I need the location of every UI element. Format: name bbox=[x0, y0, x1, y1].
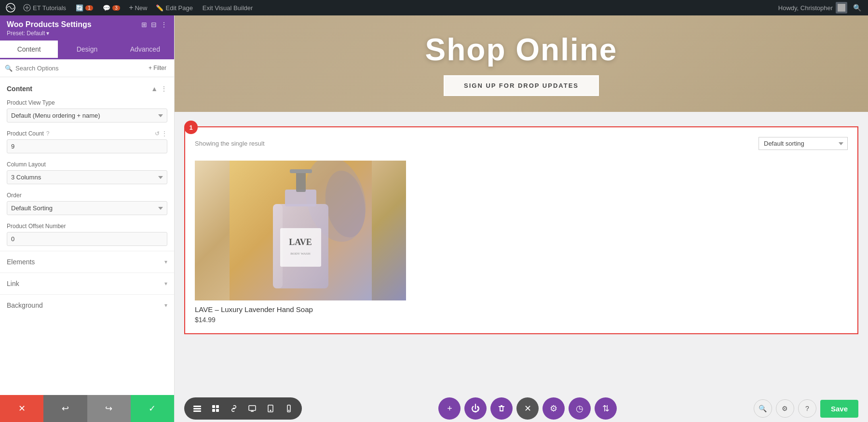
collapsible-title-elements: Elements bbox=[7, 258, 35, 266]
toolbar-right-buttons: 🔍 ⚙ ? Save bbox=[754, 399, 858, 418]
section-title-content: Content bbox=[7, 85, 32, 93]
product-price: $14.99 bbox=[195, 316, 406, 324]
section-collapse-icon[interactable]: ▲ bbox=[151, 85, 158, 93]
toolbar-sort-button[interactable]: ⇅ bbox=[595, 397, 617, 420]
panel-undo-button[interactable]: ↩ bbox=[43, 395, 87, 422]
admin-bar-updates[interactable]: 🔄 1 bbox=[72, 4, 97, 12]
toolbar-grid-icon[interactable] bbox=[207, 400, 224, 417]
admin-bar: ET Tutorials 🔄 1 💬 3 + New ✏️ Edit Page … bbox=[0, 0, 868, 15]
comments-badge: 3 bbox=[112, 5, 120, 11]
shop-sort-select[interactable]: Default sorting Sort by popularity Sort … bbox=[759, 137, 848, 150]
select-order[interactable]: Default Sorting Popularity Rating Date bbox=[7, 201, 167, 215]
admin-bar-new[interactable]: + New bbox=[126, 3, 150, 12]
toolbar-link-icon[interactable] bbox=[226, 400, 242, 417]
product-grid: LAVE BODY WASH LAVE – Luxury Lavender Ha… bbox=[195, 161, 848, 324]
collapsible-header-background[interactable]: Background ▾ bbox=[0, 295, 174, 316]
field-column-layout: Column Layout 1 Column 2 Columns 3 Colum… bbox=[0, 158, 174, 189]
toolbar-gear-button[interactable]: ⚙ bbox=[542, 397, 565, 420]
svg-rect-16 bbox=[193, 410, 201, 412]
collapsible-header-elements[interactable]: Elements ▾ bbox=[0, 251, 174, 272]
elements-arrow-icon: ▾ bbox=[164, 259, 167, 265]
hero-cta-button[interactable]: SIGN UP FOR DROP UPDATES bbox=[444, 75, 599, 96]
label-column-layout: Column Layout bbox=[7, 161, 167, 168]
toolbar-rows-icon[interactable] bbox=[189, 400, 205, 417]
tab-advanced[interactable]: Advanced bbox=[116, 41, 174, 59]
settings-panel: Woo Products Settings ⊞ ⊟ ⋮ Preset: Defa… bbox=[0, 15, 175, 422]
toolbar-close-button[interactable]: ✕ bbox=[516, 397, 539, 420]
search-input[interactable] bbox=[15, 65, 143, 72]
svg-text:LAVE: LAVE bbox=[289, 237, 312, 247]
save-button[interactable]: Save bbox=[820, 400, 858, 418]
toolbar-history-button[interactable]: ◷ bbox=[569, 397, 591, 420]
product-count-more-icon[interactable]: ⋮ bbox=[162, 130, 167, 137]
hero-section: Shop Online SIGN UP FOR DROP UPDATES bbox=[175, 15, 868, 112]
panel-grid-icon[interactable]: ⊞ bbox=[141, 21, 147, 28]
admin-avatar bbox=[836, 2, 847, 14]
toolbar-add-button[interactable]: + bbox=[438, 397, 461, 420]
tab-design[interactable]: Design bbox=[58, 41, 116, 59]
svg-text:BODY WASH: BODY WASH bbox=[290, 252, 310, 256]
label-product-view-type: Product View Type bbox=[7, 99, 167, 106]
admin-bar-edit-page[interactable]: ✏️ Edit Page bbox=[152, 4, 196, 12]
panel-title: Woo Products Settings bbox=[7, 20, 92, 29]
collapsible-header-link[interactable]: Link ▾ bbox=[0, 273, 174, 294]
toolbar-help-right-icon[interactable]: ? bbox=[798, 399, 816, 418]
panel-tabs: Content Design Advanced bbox=[0, 41, 174, 59]
panel-save-button[interactable]: ✓ bbox=[131, 395, 174, 422]
svg-rect-15 bbox=[193, 408, 201, 409]
toolbar-tablet-icon[interactable] bbox=[262, 400, 279, 417]
section-icons: ▲ ⋮ bbox=[151, 85, 167, 93]
product-count-help-icon[interactable]: ? bbox=[46, 130, 50, 137]
svg-rect-8 bbox=[296, 170, 306, 192]
admin-search-icon[interactable]: 🔍 bbox=[850, 4, 864, 12]
toolbar-search-right-icon[interactable]: 🔍 bbox=[754, 399, 772, 418]
shop-results-text: Showing the single result bbox=[195, 140, 265, 147]
svg-rect-13 bbox=[273, 204, 283, 288]
panel-redo-button[interactable]: ↪ bbox=[87, 395, 131, 422]
admin-bar-comments[interactable]: 💬 3 bbox=[99, 4, 124, 12]
panel-title-icons: ⊞ ⊟ ⋮ bbox=[141, 21, 167, 28]
panel-columns-icon[interactable]: ⊟ bbox=[151, 21, 157, 28]
product-count-icons: ↺ ⋮ bbox=[155, 130, 167, 137]
section-more-icon[interactable]: ⋮ bbox=[161, 85, 167, 93]
input-product-count[interactable] bbox=[7, 139, 167, 153]
filter-button[interactable]: + Filter bbox=[146, 63, 169, 73]
toolbar-settings-right-icon[interactable]: ⚙ bbox=[776, 399, 794, 418]
panel-more-icon[interactable]: ⋮ bbox=[161, 21, 167, 28]
collapsible-title-link: Link bbox=[7, 280, 19, 287]
content-section: Content ▲ ⋮ Product View Type Default (M… bbox=[0, 77, 174, 251]
product-card[interactable]: LAVE BODY WASH LAVE – Luxury Lavender Ha… bbox=[195, 161, 406, 324]
updates-badge: 1 bbox=[85, 5, 93, 11]
svg-rect-20 bbox=[216, 409, 219, 412]
field-product-offset: Product Offset Number bbox=[0, 220, 174, 251]
panel-header: Woo Products Settings ⊞ ⊟ ⋮ Preset: Defa… bbox=[0, 15, 174, 41]
product-count-reset-icon[interactable]: ↺ bbox=[155, 130, 160, 137]
toolbar-desktop-icon[interactable] bbox=[244, 400, 260, 417]
toolbar-delete-button[interactable] bbox=[490, 397, 513, 420]
tab-content[interactable]: Content bbox=[0, 41, 58, 59]
admin-bar-et-tutorials[interactable]: ET Tutorials bbox=[19, 4, 70, 12]
collapsible-title-background: Background bbox=[7, 301, 43, 309]
svg-point-23 bbox=[270, 410, 271, 411]
svg-rect-9 bbox=[290, 169, 312, 173]
select-column-layout[interactable]: 1 Column 2 Columns 3 Columns 4 Columns bbox=[7, 170, 167, 184]
admin-bar-exit-builder[interactable]: Exit Visual Builder bbox=[199, 4, 257, 12]
svg-rect-7 bbox=[285, 190, 316, 206]
panel-preset[interactable]: Preset: Default ▾ bbox=[7, 30, 167, 37]
panel-bottom-bar: ✕ ↩ ↪ ✓ bbox=[0, 395, 174, 422]
toolbar-action-buttons: + ⏻ ✕ ⚙ ◷ ⇅ bbox=[438, 397, 617, 420]
svg-rect-2 bbox=[838, 4, 845, 12]
label-product-count: Product Count ? ↺ ⋮ bbox=[7, 130, 167, 137]
toolbar-power-button[interactable]: ⏻ bbox=[464, 397, 487, 420]
label-order: Order bbox=[7, 192, 167, 199]
wp-logo-icon[interactable] bbox=[4, 1, 17, 14]
svg-rect-21 bbox=[249, 406, 256, 410]
select-product-view-type[interactable]: Default (Menu ordering + name) By Catego… bbox=[7, 109, 167, 123]
field-order: Order Default Sorting Popularity Rating … bbox=[0, 189, 174, 220]
svg-rect-17 bbox=[212, 405, 215, 408]
input-product-offset[interactable] bbox=[7, 232, 167, 246]
field-product-count: Product Count ? ↺ ⋮ bbox=[0, 127, 174, 158]
toolbar-mobile-icon[interactable] bbox=[281, 400, 297, 417]
panel-cancel-button[interactable]: ✕ bbox=[0, 395, 43, 422]
content-area: 1 Showing the single result Default sort… bbox=[175, 112, 868, 422]
